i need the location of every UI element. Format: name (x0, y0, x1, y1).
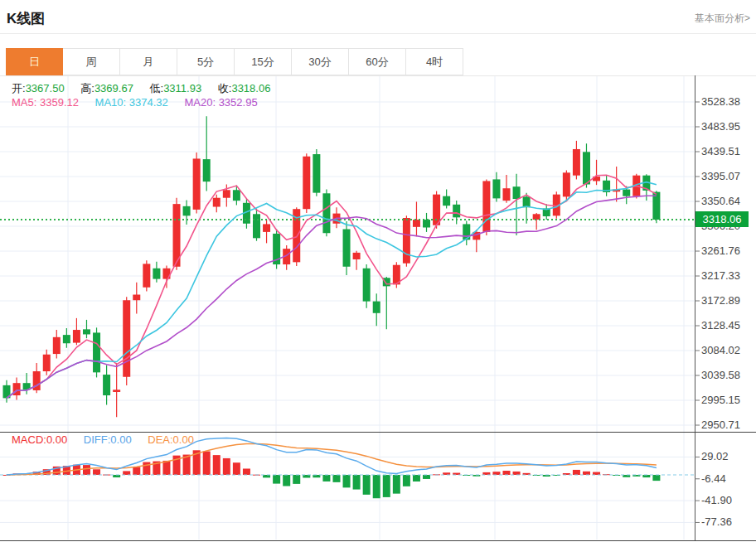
open-label: 开: (12, 82, 26, 94)
app-header: K线图 基本面分析> (0, 0, 756, 34)
high-label: 高: (80, 82, 94, 94)
tab-月[interactable]: 月 (120, 48, 177, 75)
fundamental-analysis-link[interactable]: 基本面分析> (695, 12, 750, 26)
y-axis-label: -41.90 (701, 494, 753, 506)
y-axis-label: 3261.76 (701, 244, 753, 257)
tab-5分[interactable]: 5分 (177, 48, 235, 75)
y-axis-label: 3350.64 (701, 195, 753, 207)
y-axis-label: 3172.89 (701, 294, 753, 307)
y-axis-label: 3039.58 (701, 369, 753, 381)
ohlc-info-row: 开:3367.50 高:3369.67 低:3311.93 收:3318.06 (12, 81, 284, 96)
y-axis-label: 3217.33 (701, 269, 753, 282)
dea-line (7, 444, 657, 475)
macd-label: MACD: (12, 433, 46, 446)
ma20-value: 3352.95 (219, 96, 258, 109)
ma5-label: MA5: (12, 96, 36, 109)
macd-histogram (3, 450, 661, 498)
y-axis-label: 3128.45 (701, 319, 753, 331)
page-title: K线图 (7, 9, 45, 28)
tab-30分[interactable]: 30分 (292, 48, 349, 75)
y-axis-label: 29.02 (701, 450, 753, 462)
macd-value: 0.00 (46, 433, 67, 446)
ma5-value: 3359.12 (40, 96, 79, 109)
low-value: 3311.93 (163, 82, 201, 94)
y-axis-label: 2995.15 (701, 394, 753, 406)
ma-info-row: MA5: 3359.12 MA10: 3374.32 MA20: 3352.95 (12, 96, 271, 109)
ma20-label: MA20: (184, 96, 216, 109)
dea-value: 0.00 (173, 433, 194, 446)
macd-info-row: MACD:0.00 DIFF:0.00 DEA:0.00 (12, 433, 207, 446)
y-axis-label: 3483.95 (701, 120, 753, 133)
timeframe-tab-bar: 日周月5分15分30分60分4时 (6, 48, 756, 75)
close-label: 收: (218, 82, 232, 94)
ma10-value: 3374.32 (129, 96, 168, 109)
tab-周[interactable]: 周 (63, 48, 120, 75)
y-axis-label: 3528.38 (701, 95, 753, 108)
chart-area: 开:3367.50 高:3369.67 低:3311.93 收:3318.06 … (0, 75, 756, 542)
open-value: 3367.50 (26, 82, 65, 94)
diff-label: DIFF: (84, 433, 111, 446)
high-value: 3369.67 (94, 82, 133, 94)
tab-15分[interactable]: 15分 (235, 48, 292, 75)
close-value: 3318.06 (231, 82, 270, 94)
tab-日[interactable]: 日 (6, 48, 63, 75)
dea-label: DEA: (148, 433, 172, 446)
tab-60分[interactable]: 60分 (349, 48, 406, 75)
y-axis-label: -77.36 (701, 515, 753, 528)
kline-chart-canvas[interactable] (0, 75, 756, 542)
current-price-badge: 3318.06 (695, 211, 749, 227)
y-axis-label: 2950.71 (701, 419, 753, 431)
y-axis-label: -6.44 (701, 472, 753, 485)
y-axis-label: 3395.07 (701, 170, 753, 182)
ma10-label: MA10: (95, 96, 127, 109)
y-axis-label: 3084.02 (701, 344, 753, 356)
candles-layer (3, 116, 661, 417)
tab-4时[interactable]: 4时 (406, 48, 463, 75)
y-axis-label: 3439.51 (701, 145, 753, 157)
diff-value: 0.00 (110, 433, 131, 446)
low-label: 低: (150, 82, 164, 94)
